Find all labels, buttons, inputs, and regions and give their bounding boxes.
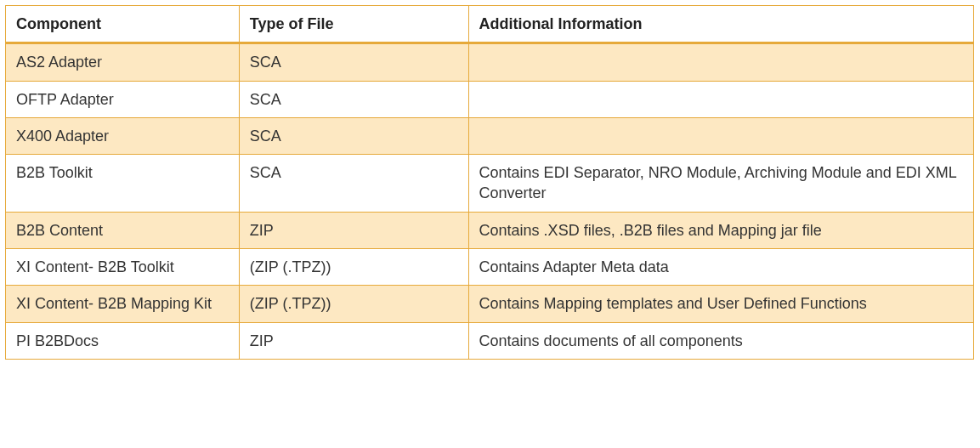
cell-type: SCA: [239, 43, 468, 81]
table-row: B2B Toolkit SCA Contains EDI Separator, …: [6, 155, 974, 213]
table-row: AS2 Adapter SCA: [6, 43, 974, 81]
cell-type: (ZIP (.TPZ)): [239, 286, 468, 322]
cell-type: ZIP: [239, 212, 468, 248]
cell-type: (ZIP (.TPZ)): [239, 249, 468, 286]
components-table: Component Type of File Additional Inform…: [5, 5, 974, 360]
table-row: PI B2BDocs ZIP Contains documents of all…: [6, 322, 974, 359]
header-component: Component: [6, 6, 240, 43]
table-row: OFTP Adapter SCA: [6, 81, 974, 117]
cell-info: Contains Adapter Meta data: [468, 249, 973, 286]
cell-component: OFTP Adapter: [6, 81, 240, 117]
table-row: XI Content- B2B Toolkit (ZIP (.TPZ)) Con…: [6, 249, 974, 286]
table-row: X400 Adapter SCA: [6, 117, 974, 154]
cell-component: XI Content- B2B Toolkit: [6, 249, 240, 286]
cell-info: [468, 117, 973, 154]
table-row: B2B Content ZIP Contains .XSD files, .B2…: [6, 212, 974, 248]
table-row: XI Content- B2B Mapping Kit (ZIP (.TPZ))…: [6, 286, 974, 322]
cell-info: Contains documents of all components: [468, 322, 973, 359]
cell-component: PI B2BDocs: [6, 322, 240, 359]
cell-info: Contains Mapping templates and User Defi…: [468, 286, 973, 322]
cell-type: ZIP: [239, 322, 468, 359]
cell-info: [468, 43, 973, 81]
header-type: Type of File: [239, 6, 468, 43]
cell-info: Contains .XSD files, .B2B files and Mapp…: [468, 212, 973, 248]
cell-component: B2B Toolkit: [6, 155, 240, 213]
cell-type: SCA: [239, 117, 468, 154]
header-info: Additional Information: [468, 6, 973, 43]
cell-info: [468, 81, 973, 117]
cell-component: AS2 Adapter: [6, 43, 240, 81]
table-header: Component Type of File Additional Inform…: [6, 6, 974, 43]
cell-type: SCA: [239, 81, 468, 117]
cell-component: XI Content- B2B Mapping Kit: [6, 286, 240, 322]
cell-type: SCA: [239, 155, 468, 213]
cell-component: X400 Adapter: [6, 117, 240, 154]
cell-info: Contains EDI Separator, NRO Module, Arch…: [468, 155, 973, 213]
cell-component: B2B Content: [6, 212, 240, 248]
